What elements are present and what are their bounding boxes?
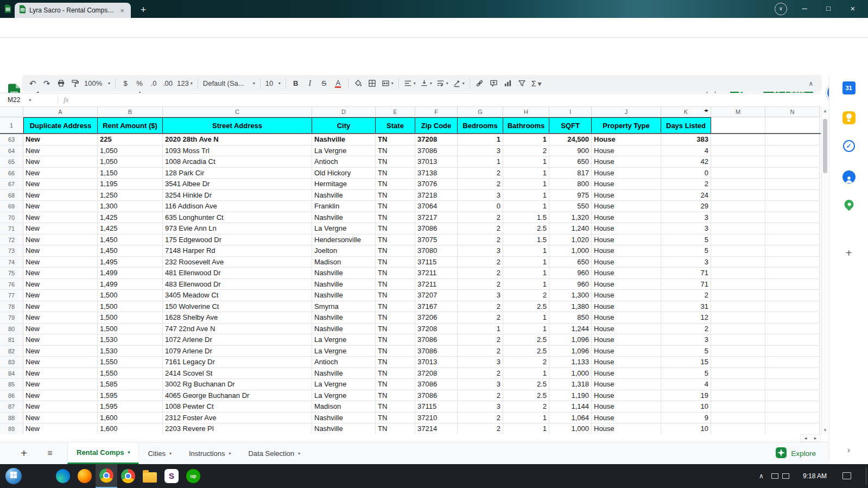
cell-M88[interactable] [711,413,765,424]
cell-M64[interactable] [711,145,765,157]
cell-A71[interactable]: New [23,223,98,235]
cell-G89[interactable]: 2 [458,423,503,434]
cell-H67[interactable]: 1 [503,179,549,190]
cell-C75[interactable]: 481 Ellenwood Dr [163,268,312,279]
cell-B71[interactable]: 1,425 [98,223,163,235]
cell-D77[interactable]: Nashville [312,290,376,301]
decrease-decimals-icon[interactable]: .0 [147,77,160,90]
cell-J72[interactable]: House [592,235,661,246]
cell-G88[interactable]: 2 [458,413,503,424]
cell-N73[interactable] [765,245,820,257]
cell-I66[interactable]: 817 [549,168,592,179]
cell-A73[interactable]: New [23,245,98,257]
cell-H69[interactable]: 1 [503,201,549,212]
cell-M69[interactable] [711,201,765,212]
cell-C65[interactable]: 1008 Arcadia Ct [163,156,312,168]
cell-B70[interactable]: 1,425 [98,212,163,224]
cell-N65[interactable] [765,156,820,168]
text-wrap-icon[interactable]: ▾ [435,77,450,90]
cell-K81[interactable]: 3 [661,334,711,346]
cell-H89[interactable]: 1 [503,423,549,434]
cell-E73[interactable]: TN [376,245,415,257]
cell-D71[interactable]: La Vergne [312,223,376,235]
cell-F69[interactable]: 37064 [415,201,458,212]
cell-M76[interactable] [711,279,765,290]
cell-B63[interactable]: 225 [98,134,163,145]
cell-F71[interactable]: 37086 [415,223,458,235]
cell-I70[interactable]: 1,320 [549,212,592,224]
cell-N71[interactable] [765,223,820,235]
cell-D76[interactable]: Nashville [312,279,376,290]
cell-F67[interactable]: 37076 [415,179,458,190]
cell-D72[interactable]: Hendersonville [312,235,376,246]
cell-D66[interactable]: Old Hickory [312,168,376,179]
cell-H74[interactable]: 1 [503,257,549,268]
cell-D89[interactable]: Nashville [312,423,376,434]
column-header-F[interactable]: F [415,107,458,117]
cell-G82[interactable]: 2 [458,346,503,357]
cell-G79[interactable]: 2 [458,312,503,324]
cell-E84[interactable]: TN [376,368,415,379]
cell-E89[interactable]: TN [376,423,415,434]
cell-C69[interactable]: 116 Addison Ave [163,201,312,212]
cell-J68[interactable]: House [592,190,661,201]
cell-N82[interactable] [765,346,820,357]
cell-N86[interactable] [765,390,820,402]
cell-H79[interactable]: 1 [503,312,549,324]
cell-E82[interactable]: TN [376,346,415,357]
cell-J63[interactable]: House [592,134,661,145]
cell-D63[interactable]: Nashville [312,134,376,145]
cell-M84[interactable] [711,368,765,379]
zoom-select[interactable]: 100%▾ [83,77,112,90]
cell-J64[interactable]: House [592,145,661,157]
cell-N88[interactable] [765,413,820,424]
row-header-84[interactable]: 84 [0,368,23,379]
cell-N76[interactable] [765,279,820,290]
cell-J77[interactable]: House [592,290,661,301]
cell-A76[interactable]: New [23,279,98,290]
cell-M83[interactable] [711,357,765,368]
row-header-70[interactable]: 70 [0,212,23,224]
column-header-G[interactable]: G [458,107,503,117]
cell-K66[interactable]: 0 [661,168,711,179]
cell-C73[interactable]: 7148 Harper Rd [163,245,312,257]
cell-M71[interactable] [711,223,765,235]
cell-A87[interactable]: New [23,401,98,413]
cell-D88[interactable]: Nashville [312,413,376,424]
cell-H63[interactable]: 1 [503,134,549,145]
cell-C70[interactable]: 635 Longhunter Ct [163,212,312,224]
cell-H81[interactable]: 2.5 [503,334,549,346]
cell-B74[interactable]: 1,495 [98,257,163,268]
cell-E75[interactable]: TN [376,268,415,279]
cell-A70[interactable]: New [23,212,98,224]
header-cell-E1[interactable]: State [376,117,415,133]
cell-M66[interactable] [711,168,765,179]
cell-B85[interactable]: 1,585 [98,379,163,390]
tray-icon-2[interactable] [782,473,789,479]
cell-I83[interactable]: 1,133 [549,357,592,368]
cell-B72[interactable]: 1,450 [98,235,163,246]
cell-K77[interactable]: 2 [661,290,711,301]
cell-I80[interactable]: 1,244 [549,324,592,335]
header-cell-F1[interactable]: Zip Code [415,117,458,133]
cell-C64[interactable]: 1093 Moss Trl [163,145,312,157]
cell-B89[interactable]: 1,600 [98,423,163,434]
cell-E65[interactable]: TN [376,156,415,168]
cell-C86[interactable]: 4065 George Buchanan Dr [163,390,312,402]
start-button[interactable] [5,468,22,484]
maps-icon[interactable] [844,200,853,209]
cell-N72[interactable] [765,235,820,246]
cell-C85[interactable]: 3002 Rg Buchanan Dr [163,379,312,390]
cell-K70[interactable]: 3 [661,212,711,224]
cell-M68[interactable] [711,190,765,201]
cell-F87[interactable]: 37115 [415,401,458,413]
cell-J80[interactable]: House [592,324,661,335]
cell-M80[interactable] [711,324,765,335]
cell-F72[interactable]: 37075 [415,235,458,246]
insert-link-icon[interactable] [473,77,486,90]
cell-A88[interactable]: New [23,413,98,424]
cell-G80[interactable]: 1 [458,324,503,335]
row-header-81[interactable]: 81 [0,334,23,346]
cell-D67[interactable]: Hermitage [312,179,376,190]
cell-H82[interactable]: 2.5 [503,346,549,357]
